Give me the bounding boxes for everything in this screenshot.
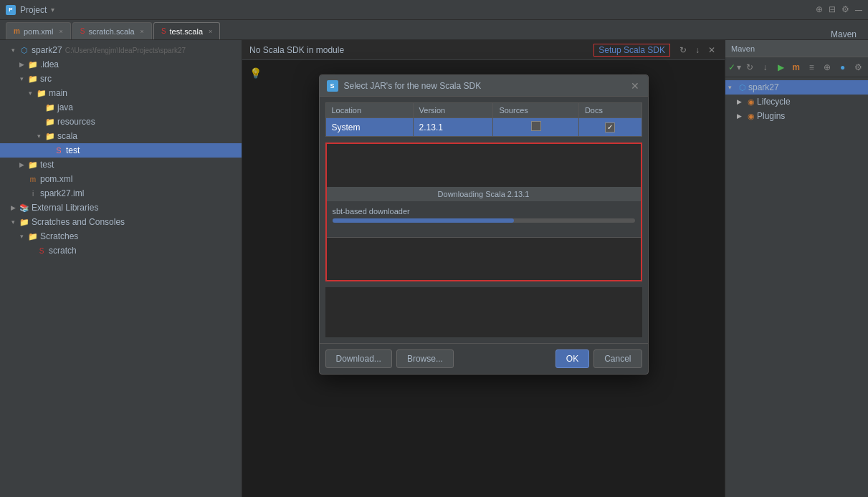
label-scala: scala <box>57 131 77 141</box>
maven-arrow-spark27: ▾ <box>728 84 737 91</box>
tree-item-resources[interactable]: ▶ 📁 resources <box>0 115 242 129</box>
maven-dot-btn[interactable]: ● <box>836 60 850 74</box>
download-icon[interactable]: ↓ <box>692 44 703 56</box>
download-button[interactable]: Download... <box>325 349 392 368</box>
maven-item-plugins[interactable]: ▶ ◉ Plugins <box>725 109 868 123</box>
arrow-ext-libs: ▶ <box>9 203 17 212</box>
maven-run-btn[interactable]: ▶ <box>773 60 788 74</box>
label-test-file: test <box>66 145 80 155</box>
maven-m-btn[interactable]: m <box>789 60 803 74</box>
download-bottom-area <box>327 237 641 280</box>
maven-item-spark27[interactable]: ▾ ⬡ spark27 <box>725 80 868 95</box>
tree-item-java[interactable]: ▶ 📁 java <box>0 100 242 115</box>
folder-icon-src: 📁 <box>28 74 38 84</box>
dialog-close-button[interactable]: ✕ <box>629 80 641 92</box>
test-tab-close[interactable]: × <box>209 28 212 35</box>
progress-bar-track <box>333 218 635 223</box>
tree-item-scratch-file[interactable]: ▶ S scratch <box>0 243 242 258</box>
folder-icon-main: 📁 <box>37 88 47 98</box>
tree-item-idea[interactable]: ▶ 📁 .idea <box>0 57 242 72</box>
maven-arrow-plugins: ▶ <box>737 112 745 120</box>
sdk-table: Location Version Sources Docs System 2.1… <box>325 102 642 137</box>
cell-docs[interactable] <box>578 118 642 137</box>
content-area: No Scala SDK in module Setup Scala SDK ↻… <box>242 40 725 497</box>
new-window-icon[interactable]: ⊕ <box>816 4 823 16</box>
browse-button[interactable]: Browse... <box>396 349 454 368</box>
title-project-label[interactable]: Project <box>20 5 47 15</box>
arrow-idea: ▶ <box>17 60 26 69</box>
pom-tab-close[interactable]: × <box>59 28 62 35</box>
refresh-icon[interactable]: ↻ <box>677 44 689 56</box>
label-iml: spark27.iml <box>40 188 84 198</box>
docs-checkbox[interactable] <box>605 122 615 132</box>
tree-item-main[interactable]: ▾ 📁 main <box>0 86 242 100</box>
minimize-icon[interactable]: ─ <box>855 4 862 16</box>
downloader-label: sbt-based downloader <box>333 207 635 216</box>
tree-item-iml[interactable]: ▶ i spark27.iml <box>0 186 242 201</box>
label-main: main <box>49 88 67 98</box>
split-icon[interactable]: ⊟ <box>829 4 836 16</box>
tree-item-spark27[interactable]: ▾ ⬡ spark27 C:\Users\fengjm\IdeaProjects… <box>0 43 242 57</box>
scala-folder-icon: 📁 <box>45 131 55 141</box>
label-spark27: spark27 <box>32 45 62 55</box>
xml-icon-pom: m <box>28 174 38 184</box>
maven-panel: Maven ✓ ▾ ↻ ↓ ▶ m ≡ ⊕ ● ⚙ ▾ ⬡ spark27 ▶ <box>725 40 868 497</box>
maven-list-btn[interactable]: ≡ <box>805 60 819 74</box>
test-tab-icon: S <box>161 27 166 35</box>
arrow-scratches: ▾ <box>17 232 26 241</box>
window-controls: ⊕ ⊟ ⚙ ─ <box>813 4 862 16</box>
tab-scratch[interactable]: S scratch.scala × <box>72 22 152 39</box>
col-version: Version <box>413 103 493 118</box>
cancel-button[interactable]: Cancel <box>593 349 642 368</box>
tab-bar: m pom.xml × S scratch.scala × S test.sca… <box>0 20 868 40</box>
cell-sources[interactable] <box>493 118 578 137</box>
maven-item-lifecycle[interactable]: ▶ ◉ Lifecycle <box>725 95 868 109</box>
tree-item-scala[interactable]: ▾ 📁 scala <box>0 129 242 143</box>
notification-text: No Scala SDK in module <box>249 45 586 55</box>
resources-folder-icon: 📁 <box>45 117 55 127</box>
green-check-icon: ✓ <box>728 62 735 72</box>
label-ext-libs: External Libraries <box>32 203 98 213</box>
label-src: src <box>40 74 52 84</box>
tree-item-src[interactable]: ▾ 📁 src <box>0 72 242 86</box>
test-tab-label: test.scala <box>170 27 203 36</box>
arrow-scala: ▾ <box>34 132 43 140</box>
tree-item-test-file[interactable]: ▶ S test <box>0 143 242 158</box>
expand-icon[interactable]: ✕ <box>706 44 717 56</box>
tree-item-scratches[interactable]: ▾ 📁 Scratches <box>0 229 242 243</box>
tree-item-scratches-consoles[interactable]: ▾ 📁 Scratches and Consoles <box>0 215 242 229</box>
maven-settings-btn[interactable]: ⚙ <box>851 60 865 74</box>
sources-checkbox[interactable] <box>531 121 541 131</box>
dialog-table-area: Location Version Sources Docs System 2.1… <box>320 97 648 143</box>
folder-icon-scratches: 📁 <box>28 231 38 241</box>
editor-area: 💡 S Select JAR's for the new Scala SDK ✕ <box>242 60 725 497</box>
folder-icon-test: 📁 <box>28 160 38 170</box>
setup-scala-sdk-link[interactable]: Setup Scala SDK <box>593 44 670 57</box>
extra-area <box>325 287 642 337</box>
tab-pom[interactable]: m pom.xml × <box>6 22 71 39</box>
label-test-folder: test <box>40 160 54 170</box>
scratch-tab-icon: S <box>80 27 85 35</box>
maven-add-btn[interactable]: ⊕ <box>820 60 834 74</box>
maven-label-spark27: spark27 <box>748 82 779 92</box>
label-scratches-consoles: Scratches and Consoles <box>32 217 125 227</box>
scratch-tab-close[interactable]: × <box>140 28 144 35</box>
arrow-main: ▾ <box>26 89 34 97</box>
maven-module-icon: ⬡ <box>739 83 746 92</box>
dialog-overlay: S Select JAR's for the new Scala SDK ✕ L… <box>242 60 725 497</box>
ok-button[interactable]: OK <box>555 349 589 368</box>
download-progress-area: sbt-based downloader <box>327 201 641 237</box>
tree-item-test-folder[interactable]: ▶ 📁 test <box>0 158 242 172</box>
tree-item-ext-libs[interactable]: ▶ 📚 External Libraries <box>0 201 242 215</box>
arrow-scratches-consoles: ▾ <box>9 218 17 226</box>
title-dropdown-icon[interactable]: ▾ <box>51 6 54 14</box>
tab-test[interactable]: S test.scala × <box>153 22 220 39</box>
table-row[interactable]: System 2.13.1 <box>325 118 642 137</box>
maven-refresh-btn[interactable]: ↻ <box>743 60 757 74</box>
scratch-file-icon: S <box>37 246 47 256</box>
maven-download-btn[interactable]: ↓ <box>758 60 773 74</box>
settings-icon[interactable]: ⚙ <box>841 4 849 16</box>
col-location: Location <box>325 103 413 118</box>
cell-location: System <box>325 118 413 137</box>
tree-item-pom[interactable]: ▶ m pom.xml <box>0 172 242 186</box>
